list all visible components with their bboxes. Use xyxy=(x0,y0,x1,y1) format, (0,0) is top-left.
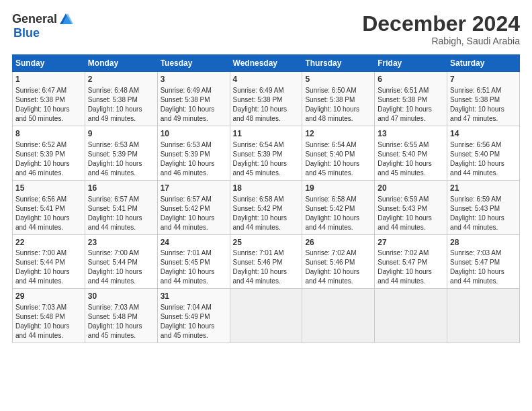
table-cell: 12Sunrise: 6:54 AMSunset: 5:40 PMDayligh… xyxy=(302,126,375,180)
day-info: Sunset: 5:43 PM xyxy=(450,204,517,214)
day-info: Sunset: 5:49 PM xyxy=(161,312,227,322)
day-info: Daylight: 10 hours xyxy=(233,105,300,114)
day-info: Sunrise: 6:52 AM xyxy=(15,140,82,150)
day-info: and 44 minutes. xyxy=(233,277,300,286)
day-info: Sunrise: 6:48 AM xyxy=(88,86,154,95)
day-number: 29 xyxy=(15,291,82,302)
day-info: and 49 minutes. xyxy=(161,114,227,124)
day-info: Daylight: 10 hours xyxy=(305,267,371,277)
day-number: 24 xyxy=(161,237,227,248)
day-info: and 46 minutes. xyxy=(15,169,82,178)
day-info: and 44 minutes. xyxy=(233,223,300,232)
day-info: Daylight: 10 hours xyxy=(161,214,227,223)
day-number: 3 xyxy=(161,74,227,85)
day-info: Sunrise: 7:04 AM xyxy=(161,303,227,312)
day-info: Daylight: 10 hours xyxy=(88,267,154,277)
table-cell: 29Sunrise: 7:03 AMSunset: 5:48 PMDayligh… xyxy=(13,289,85,343)
day-info: Sunset: 5:39 PM xyxy=(233,150,300,159)
day-info: Sunset: 5:42 PM xyxy=(233,204,300,214)
day-info: Sunset: 5:42 PM xyxy=(161,204,227,214)
day-info: Sunset: 5:45 PM xyxy=(161,258,227,267)
day-info: Sunrise: 6:54 AM xyxy=(305,140,371,150)
day-number: 25 xyxy=(233,237,300,248)
calendar-table: Sunday Monday Tuesday Wednesday Thursday… xyxy=(12,54,520,343)
day-info: Sunrise: 7:02 AM xyxy=(305,248,371,258)
day-info: Daylight: 10 hours xyxy=(233,214,300,223)
day-info: Sunset: 5:39 PM xyxy=(88,150,154,159)
header: General Blue December 2024 Rabigh, Saudi… xyxy=(12,12,520,46)
day-info: Sunrise: 6:58 AM xyxy=(233,195,300,204)
day-info: and 44 minutes. xyxy=(161,277,227,286)
day-info: and 47 minutes. xyxy=(378,114,444,124)
day-info: Sunset: 5:41 PM xyxy=(88,204,154,214)
day-info: Sunset: 5:39 PM xyxy=(15,150,82,159)
table-cell xyxy=(230,289,302,343)
day-number: 27 xyxy=(378,237,444,248)
day-info: Sunrise: 7:01 AM xyxy=(233,248,300,258)
day-info: Sunset: 5:41 PM xyxy=(15,204,82,214)
day-info: Sunrise: 7:03 AM xyxy=(88,303,154,312)
table-cell: 21Sunrise: 6:59 AMSunset: 5:43 PMDayligh… xyxy=(447,180,520,234)
day-number: 30 xyxy=(88,291,154,302)
day-info: Daylight: 10 hours xyxy=(378,105,444,114)
table-cell: 3Sunrise: 6:49 AMSunset: 5:38 PMDaylight… xyxy=(157,72,230,126)
day-info: Sunrise: 7:00 AM xyxy=(88,248,154,258)
day-number: 28 xyxy=(450,237,517,248)
day-info: Sunrise: 6:51 AM xyxy=(378,86,444,95)
day-info: and 44 minutes. xyxy=(15,223,82,232)
table-cell: 7Sunrise: 6:51 AMSunset: 5:38 PMDaylight… xyxy=(447,72,520,126)
day-info: and 44 minutes. xyxy=(88,223,154,232)
table-cell: 24Sunrise: 7:01 AMSunset: 5:45 PMDayligh… xyxy=(157,234,230,289)
day-info: Sunrise: 6:51 AM xyxy=(450,86,517,95)
week-row-2: 8Sunrise: 6:52 AMSunset: 5:39 PMDaylight… xyxy=(13,126,520,180)
col-monday: Monday xyxy=(85,55,157,72)
table-cell: 10Sunrise: 6:53 AMSunset: 5:39 PMDayligh… xyxy=(157,126,230,180)
day-info: Sunrise: 7:03 AM xyxy=(450,248,517,258)
week-row-4: 22Sunrise: 7:00 AMSunset: 5:44 PMDayligh… xyxy=(13,234,520,289)
day-info: Sunset: 5:46 PM xyxy=(233,258,300,267)
day-info: and 44 minutes. xyxy=(161,223,227,232)
day-info: Sunrise: 6:56 AM xyxy=(15,195,82,204)
day-info: Sunrise: 6:55 AM xyxy=(378,140,444,150)
day-info: and 48 minutes. xyxy=(305,114,371,124)
day-info: and 44 minutes. xyxy=(378,223,444,232)
day-info: Sunrise: 7:02 AM xyxy=(378,248,444,258)
table-cell: 15Sunrise: 6:56 AMSunset: 5:41 PMDayligh… xyxy=(13,180,85,234)
day-number: 20 xyxy=(378,183,444,194)
day-number: 1 xyxy=(15,74,82,85)
day-info: Sunset: 5:40 PM xyxy=(378,150,444,159)
logo: General Blue xyxy=(12,12,73,40)
day-info: Daylight: 10 hours xyxy=(161,159,227,169)
day-info: Daylight: 10 hours xyxy=(378,214,444,223)
day-info: Daylight: 10 hours xyxy=(88,159,154,169)
table-cell: 31Sunrise: 7:04 AMSunset: 5:49 PMDayligh… xyxy=(157,289,230,343)
day-info: and 44 minutes. xyxy=(378,277,444,286)
col-friday: Friday xyxy=(375,55,447,72)
month-title: December 2024 xyxy=(362,12,520,36)
day-info: Daylight: 10 hours xyxy=(450,267,517,277)
day-info: and 44 minutes. xyxy=(450,223,517,232)
day-info: Sunset: 5:46 PM xyxy=(305,258,371,267)
week-row-5: 29Sunrise: 7:03 AMSunset: 5:48 PMDayligh… xyxy=(13,289,520,343)
day-info: Sunset: 5:47 PM xyxy=(378,258,444,267)
day-number: 21 xyxy=(450,183,517,194)
day-info: Sunrise: 6:50 AM xyxy=(305,86,371,95)
day-info: Daylight: 10 hours xyxy=(305,159,371,169)
day-number: 4 xyxy=(233,74,300,85)
table-cell: 30Sunrise: 7:03 AMSunset: 5:48 PMDayligh… xyxy=(85,289,157,343)
logo-blue: Blue xyxy=(13,27,73,40)
day-info: Sunset: 5:38 PM xyxy=(233,95,300,105)
day-number: 26 xyxy=(305,237,371,248)
table-cell: 1Sunrise: 6:47 AMSunset: 5:38 PMDaylight… xyxy=(13,72,85,126)
day-info: Sunrise: 6:59 AM xyxy=(450,195,517,204)
day-info: Sunrise: 6:59 AM xyxy=(378,195,444,204)
day-info: Sunrise: 6:53 AM xyxy=(161,140,227,150)
day-number: 2 xyxy=(88,74,154,85)
table-cell: 8Sunrise: 6:52 AMSunset: 5:39 PMDaylight… xyxy=(13,126,85,180)
calendar-header-row: Sunday Monday Tuesday Wednesday Thursday… xyxy=(13,55,520,72)
day-info: and 48 minutes. xyxy=(233,114,300,124)
day-number: 19 xyxy=(305,183,371,194)
day-info: Sunrise: 6:47 AM xyxy=(15,86,82,95)
table-cell: 28Sunrise: 7:03 AMSunset: 5:47 PMDayligh… xyxy=(447,234,520,289)
day-number: 18 xyxy=(233,183,300,194)
